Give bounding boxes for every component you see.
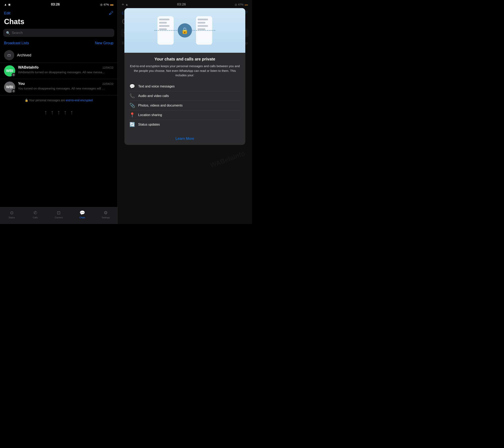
left-search-container: 🔍 Search — [0, 28, 117, 39]
arrow-4: ↑ — [64, 109, 67, 116]
arrow-5: ↑ — [71, 109, 73, 116]
feature-text-1: Audio and video calls — [138, 94, 169, 98]
avatar-you: WBI ⏱ — [4, 82, 15, 93]
left-search-icon: 🔍 — [6, 31, 10, 35]
archive-icon-box: 🗃 — [4, 50, 14, 60]
feature-item-1: 📞 Audio and video calls — [129, 91, 240, 101]
arrow-2: ↑ — [51, 109, 54, 116]
timer-badge-you: ⏱ — [12, 89, 16, 93]
modal-card: ✕ 🔒 — [124, 8, 245, 145]
settings-icon: ⚙ — [104, 210, 108, 215]
archived-label: Archived — [17, 53, 31, 57]
tab-calls[interactable]: ✆ Calls — [23, 210, 47, 219]
modal-illustration: 🔒 — [124, 8, 245, 53]
chat-content-wabetainfo: WABetaInfo 12/04/22 WABetaInfo turned on… — [18, 65, 113, 74]
modal-description: End-to-end encryption keeps your persona… — [129, 64, 240, 78]
phone-line-4 — [159, 28, 167, 30]
modal-overlay: ✕ 🔒 — [118, 0, 252, 224]
audio-video-icon: 📞 — [129, 93, 135, 99]
location-icon: 📍 — [129, 112, 135, 118]
lock-icon: 🔒 — [25, 99, 28, 102]
feature-item-4: 🔄 Status updates — [129, 120, 240, 129]
calls-icon: ✆ — [34, 210, 37, 215]
arrow-1: ↑ — [44, 109, 47, 116]
tab-camera-label: Camera — [55, 216, 63, 219]
chat-name-you: You — [18, 82, 25, 86]
encryption-notice: 🔒 Your personal messages are end-to-end … — [0, 95, 117, 105]
chat-top-you: You 22/04/22 — [18, 82, 113, 86]
chat-preview-wabetainfo: WABetaInfo turned on disappearing messag… — [18, 71, 105, 74]
modal-title: Your chats and calls are private — [129, 57, 240, 61]
avatar-wabetainfo: WBI ⏱ — [4, 65, 15, 76]
tab-calls-label: Calls — [33, 216, 37, 219]
left-action-row: Broadcast Lists New Group — [0, 39, 117, 48]
lock-icon-modal: 🔒 — [181, 27, 188, 34]
feature-text-0: Text and voice messages — [138, 85, 175, 88]
timer-badge-wabetainfo: ⏱ — [12, 73, 16, 77]
left-time: 03:26 — [51, 2, 60, 6]
lock-circle: 🔒 — [178, 23, 192, 37]
feature-text-3: Location sharing — [138, 113, 162, 117]
right-panel: ✈ ▲ 03:26 ◎ 67% ▬ Edit 🖊 Chats 🔍 Search — [118, 0, 252, 224]
wifi-icon: ▲ — [4, 3, 7, 6]
cellular-icon: ◉ — [8, 3, 11, 6]
chat-item-wabetainfo[interactable]: WBI ⏱ WABetaInfo 12/04/22 WABetaInfo tur… — [0, 63, 117, 79]
alarm-icon: ◎ — [100, 3, 103, 6]
phone-line-8 — [198, 28, 205, 30]
learn-more-button[interactable]: Learn More — [176, 137, 194, 141]
chat-preview-you: You turned on disappearing messages. All… — [18, 87, 105, 90]
chat-time-you: 22/04/22 — [103, 82, 114, 85]
tab-camera[interactable]: ⊡ Camera — [47, 210, 71, 219]
feature-item-0: 💬 Text and voice messages — [129, 82, 240, 91]
left-panel-header: Edit 🖊 — [0, 9, 117, 17]
encryption-link[interactable]: end-to-end encrypted — [66, 99, 93, 102]
feature-text-2: Photos, videos and documents — [138, 104, 183, 107]
left-edit-button[interactable]: Edit — [4, 11, 10, 16]
left-new-group-button[interactable]: New Group — [95, 41, 113, 45]
left-status-right: ◎ 67% ▬ — [100, 3, 113, 6]
left-broadcast-button[interactable]: Broadcast Lists — [4, 41, 29, 45]
chat-name-wabetainfo: WABetaInfo — [18, 65, 38, 70]
feature-list: 💬 Text and voice messages 📞 Audio and vi… — [129, 82, 240, 129]
chat-top-wabetainfo: WABetaInfo 12/04/22 — [18, 65, 113, 70]
camera-icon: ⊡ — [57, 210, 60, 215]
archive-icon: 🗃 — [7, 53, 11, 57]
feature-item-3: 📍 Location sharing — [129, 110, 240, 120]
phone-line-5 — [198, 19, 208, 20]
tab-status-label: Status — [9, 216, 15, 219]
chat-item-you[interactable]: WBI ⏱ You 22/04/22 You turned on disappe… — [0, 79, 117, 95]
left-chat-list: 🗃 Archived WBI ⏱ WABetaInfo 12/04/22 WAB… — [0, 48, 117, 207]
text-voice-icon: 💬 — [129, 84, 135, 89]
tab-settings-label: Settings — [102, 216, 110, 219]
battery-icon-left: ▬ — [110, 3, 113, 6]
status-updates-icon: 🔄 — [129, 122, 135, 127]
chats-icon: 💬 — [80, 210, 85, 215]
chat-content-you: You 22/04/22 You turned on disappearing … — [18, 82, 113, 90]
left-title: Chats — [0, 17, 117, 28]
phone-line-2 — [159, 22, 167, 23]
tab-chats-label: Chats — [79, 216, 85, 219]
tab-settings[interactable]: ⚙ Settings — [94, 210, 117, 219]
left-panel: ▲ ◉ 03:26 ◎ 67% ▬ Edit 🖊 Chats 🔍 Search — [0, 0, 118, 224]
tab-status[interactable]: ⊙ Status — [0, 210, 23, 219]
phone-line-6 — [198, 22, 205, 23]
compose-icon[interactable]: 🖊 — [109, 11, 113, 16]
tab-bar: ⊙ Status ✆ Calls ⊡ Camera 💬 Chats ⚙ Sett… — [0, 207, 117, 224]
phone-line-1 — [159, 19, 169, 20]
encryption-text: Your personal messages are — [29, 99, 66, 102]
phone-line-3 — [159, 25, 169, 27]
battery-text-left: 67% — [104, 3, 109, 6]
chat-time-wabetainfo: 12/04/22 — [103, 66, 114, 69]
phone-line-7 — [198, 25, 208, 27]
modal-body: Your chats and calls are private End-to-… — [124, 53, 245, 133]
archived-row[interactable]: 🗃 Archived — [0, 48, 117, 63]
left-status-indicators: ▲ ◉ — [4, 3, 11, 6]
left-search-bar[interactable]: 🔍 Search — [3, 29, 114, 37]
scroll-arrows: ↑ ↑ ↑ ↑ ↑ — [0, 105, 117, 120]
status-icon: ⊙ — [10, 210, 14, 215]
modal-footer: Learn More — [124, 133, 245, 145]
tab-chats[interactable]: 💬 Chats — [71, 210, 94, 219]
feature-text-4: Status updates — [138, 123, 160, 126]
arrow-3: ↑ — [57, 109, 60, 116]
photos-docs-icon: 📎 — [129, 103, 135, 108]
